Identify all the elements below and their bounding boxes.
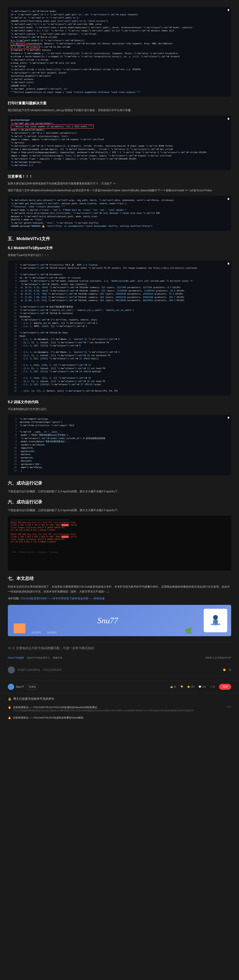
section5-title: 五、MobileViTv1文件 bbox=[8, 236, 231, 242]
svg-point-0 bbox=[213, 615, 218, 620]
solution-title: 打印计算量问题解决方案 bbox=[8, 101, 231, 105]
author-name: Snu77 bbox=[98, 616, 118, 625]
plant-icon: 🌿 bbox=[185, 627, 192, 634]
section52-desc: 可以复制我的运行文件进行运行。 bbox=[8, 407, 231, 412]
notice-p2: 找到下面这个文件'ultralytics/models/yolo/detect/… bbox=[8, 188, 231, 193]
section7-title: 七、本文总结 bbox=[8, 576, 231, 581]
column-link[interactable]: YOLOv8改进系列专栏——本专栏持续复习各种顶会内容——科研必备 bbox=[21, 597, 105, 600]
recommend-section: 🔒 博主已设置为仅粉丝可见的评论 🔥 目标检测算法——YOLOv8/YOLOv7… bbox=[0, 693, 239, 725]
section6b-title: 六、成功运行记录 bbox=[8, 499, 231, 505]
comment-avatar bbox=[8, 667, 15, 673]
section6-desc: 下面是成功运行的截图，已经完成的跑了几个epochs的图，图片太大截不全截2个e… bbox=[8, 489, 231, 494]
copy-icon[interactable]: 📋 bbox=[227, 8, 230, 11]
skill-link-2[interactable]: OpenCV中的深度学习 bbox=[27, 656, 50, 660]
tag-1: 动态系列 bbox=[31, 631, 41, 634]
author-avatar bbox=[204, 609, 227, 632]
section7-p1: 到此本文的正式分享内容就结束了，在这里给大家推荐我的YOLOv8改进有效涨点专栏… bbox=[8, 584, 231, 594]
section51-desc: 复制如下yaml文件进行运行！！！ bbox=[8, 253, 231, 258]
fire-icon: 🔥 bbox=[8, 706, 11, 709]
terminal-screenshot: ━━━━━━━━━━━━━━━━━━━━━━━━━━━━━━━━━━━━━━━━… bbox=[8, 515, 231, 571]
section6b-desc: 下面是成功运行的截图，已经完成的跑了几个epochs的图，图片太大截不全截2个e… bbox=[8, 508, 231, 513]
rec-item-title: 目标检测算法——YOLOv8/YOLOv7/YOLOv5改进结合NanoDet目… bbox=[13, 706, 225, 709]
notice-title: 注意事项！！！ bbox=[8, 174, 231, 179]
solution-desc: 我们找到如下文件'ultralytics/utils/torch_utils.p… bbox=[8, 108, 231, 113]
book-icon bbox=[14, 624, 25, 633]
bottom-bar: Snu77 已关注 👍 99 👎 ⭐ 155 💬 160 ↗ 41 写评 bbox=[0, 681, 239, 693]
fav-count[interactable]: ⭐ 155 bbox=[187, 686, 195, 688]
comment-input-row: 有见解千好的博客是，可加QQ加合群呀 😊 🖼 bbox=[8, 663, 231, 676]
fire-icon: 🔥 bbox=[8, 716, 11, 719]
svg-rect-2 bbox=[211, 624, 220, 625]
copy-icon[interactable]: 📋 bbox=[227, 117, 230, 120]
rec-item-meta: YOLOv8的模型结构更加精简化的,核心模块由conv模块增至344后,使用目标… bbox=[13, 709, 225, 712]
emoji-icon[interactable]: 😊 bbox=[223, 668, 226, 671]
code-block-3: 📋 "c-kw">return build_yolo_dataset("c-kw… bbox=[8, 196, 231, 231]
author-card: 动态系列 改进系列 Snu77 🌿 时间系列 人工智能 bbox=[8, 605, 231, 636]
dislike-icon[interactable]: 👎 bbox=[180, 686, 183, 688]
section6-title: 六、成功运行记录 bbox=[8, 480, 231, 486]
copy-icon[interactable]: 📋 bbox=[227, 197, 230, 200]
section52-title: 5.2 训练文件的代码 bbox=[8, 399, 231, 404]
share-count[interactable]: ↗ 41 bbox=[210, 686, 215, 688]
follow-badge[interactable]: 已关注 bbox=[26, 684, 39, 690]
rec-item-count: 4378 bbox=[226, 706, 231, 708]
image-icon[interactable]: 🖼 bbox=[229, 668, 231, 671]
copy-icon[interactable]: 📋 bbox=[227, 262, 230, 265]
comment-count[interactable]: 💬 160 bbox=[198, 686, 206, 688]
section7-p2: 专栏回顾: YOLOv8改进系列专栏——本专栏持续复习各种顶会内容——科研必备 bbox=[8, 596, 231, 601]
yaml-code-block: 📋 1"c-kw">class="c-cmt"># Ultralytics YO… bbox=[8, 261, 231, 396]
username[interactable]: Snu77 bbox=[16, 685, 24, 688]
write-button[interactable]: 写评 bbox=[219, 684, 231, 690]
notice-p1: 如果大家在验证的时候和缩放权不对的配置相同你可能需要更新的图片尺寸，方法如下 -… bbox=[8, 181, 231, 186]
rec-item[interactable]: 🔥 目标检测算法——YOLOv8/YOLOv7/YOLOv5改进结合NanoDe… bbox=[8, 704, 231, 714]
tag-3: 时间系列 bbox=[216, 629, 225, 632]
section51-title: 5.1 MobileViTv1的yaml文件 bbox=[8, 246, 231, 250]
like-count[interactable]: 👍 99 bbox=[170, 686, 176, 688]
learner-count: 25638 人正在系统学习中 bbox=[205, 656, 231, 660]
rec-item[interactable]: 🔥 目标检测算法——YOLOv5/YOLOv7改进结合轻量型Ghost模块 bbox=[8, 714, 231, 721]
tag-4: 人工智能 bbox=[216, 625, 225, 628]
tag-2: 改进系列 bbox=[47, 631, 56, 634]
skill-link-1[interactable]: OpenCV技能树 bbox=[8, 656, 24, 660]
code-block-2: 📋 @contextmanager"c-kw">def get_num_para… bbox=[8, 116, 231, 170]
comment-placeholder[interactable]: 有见解千好的博客是，可加QQ加合群呀 bbox=[17, 668, 221, 672]
copy-icon[interactable]: 📋 bbox=[227, 416, 230, 419]
user-avatar[interactable] bbox=[8, 684, 14, 690]
skill-link-3[interactable]: 图像分类 bbox=[53, 656, 62, 660]
footer-note: ※ ※ 文章知识点与官方知识档案匹配，可进一步学习相关知识 bbox=[8, 642, 231, 650]
rec-item-title: 目标检测算法——YOLOv5/YOLOv7改进结合轻量型Ghost模块 bbox=[13, 716, 229, 719]
code-block-1: 📋 "c-kw">class="c-cmt"># Define modelch … bbox=[8, 7, 231, 97]
train-code-block: 📋 1"c-kw">import warnings2warnings.filte… bbox=[8, 415, 231, 476]
lock-icon: 🔒 bbox=[8, 697, 11, 701]
rec-title: 博主已设置为仅粉丝可见的评论 bbox=[13, 697, 54, 701]
